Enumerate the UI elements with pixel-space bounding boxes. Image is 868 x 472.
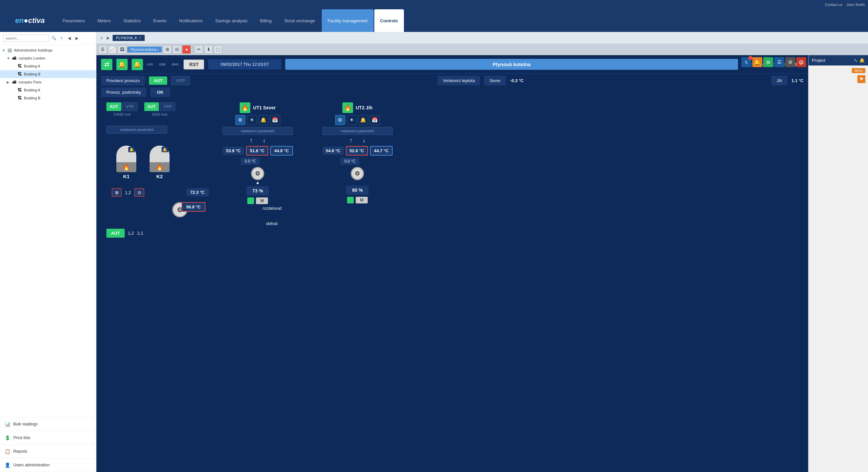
nav-tab-statistics[interactable]: Statistics	[117, 9, 147, 32]
tree-item-admin-buildings[interactable]: ▼ 🏢 Administrative buildings	[0, 46, 96, 54]
params-btn-left[interactable]: nastavení parametrů	[106, 126, 167, 134]
tree-item-complex-paris[interactable]: ▶ 🏙 complex Paris	[0, 78, 96, 86]
ut2-calendar-btn[interactable]: 📅	[370, 115, 380, 125]
rst-button[interactable]: RST	[184, 60, 204, 69]
ut2-temp2-red: 52.6 °C	[346, 146, 368, 156]
list-view-btn[interactable]: ☰	[774, 57, 784, 67]
ut1-icon-row: ⚙ ☀ 🔔 📅	[236, 115, 280, 125]
boiler-k2-label: K2	[156, 174, 162, 179]
tree-item-complex-london[interactable]: ▼ 🏙 complex London	[0, 54, 96, 62]
contact-link[interactable]: Contact us	[825, 3, 842, 7]
control-group-2: AUT VYP 9933 hod	[144, 102, 176, 116]
tree-item-building-b-london[interactable]: 🏗 Building B	[0, 70, 96, 78]
toolbar-menu-btn[interactable]: ☰	[98, 45, 107, 54]
tree-toggle: ▼	[7, 57, 11, 60]
nav-tab-billing[interactable]: Billing	[254, 9, 278, 32]
sidebar-users-admin[interactable]: 👤 Users administration	[0, 459, 96, 472]
ut1-params-btn[interactable]: nastavení parametrů	[223, 127, 293, 135]
tree-icon-buildings: 🏢	[7, 47, 12, 53]
breadcrumb-button[interactable]: Plynová kotelna ›	[127, 46, 162, 53]
search-add-icon[interactable]: +	[58, 35, 65, 41]
demo-badge: demo	[852, 68, 865, 73]
valve-2-btn[interactable]: ⊟	[134, 188, 144, 197]
demo-icon-btn[interactable]: ⚑	[857, 75, 865, 83]
group2-aut-btn[interactable]: AUT	[144, 102, 159, 111]
toolbar-download-btn[interactable]: ⬇	[204, 45, 213, 54]
tab-close-button[interactable]: ✕	[138, 36, 141, 39]
nav-tab-stock[interactable]: Stock exchange	[278, 9, 321, 32]
ut2-sun-btn[interactable]: ☀	[347, 115, 357, 125]
pump-area-left: ⊠ 1,2 ⊟	[112, 188, 144, 197]
boiler-k2-top: 🔔	[150, 146, 169, 164]
tree-item-building-a-london[interactable]: 🏗 Building A	[0, 62, 96, 70]
tree-icon-building-a: 🏗	[17, 63, 23, 69]
ut1-gear-btn[interactable]: ⚙	[236, 115, 245, 125]
nav-tab-facility[interactable]: Facility management	[322, 9, 374, 32]
valve-1-btn[interactable]: ⊠	[112, 188, 122, 197]
tree-label: complex London	[19, 56, 45, 60]
search-prev-icon[interactable]: ◀	[66, 35, 72, 41]
ut1-fire-icon: 🔥	[240, 102, 250, 113]
toolbar-image-btn[interactable]: 🖼	[118, 45, 126, 54]
com-status-btn[interactable]: ⇄	[101, 59, 112, 70]
tree-item-building-a-paris[interactable]: 🏗 Building A	[0, 86, 96, 94]
ok-box: OK	[150, 87, 170, 97]
nav-tab-controls[interactable]: Controls	[374, 9, 404, 32]
search-next-icon[interactable]: ▶	[73, 35, 80, 41]
provoz-label: Provoz. podmínky	[106, 90, 141, 95]
nav-tab-notifications[interactable]: Notifications	[173, 9, 209, 32]
ut1-sun-btn[interactable]: ☀	[247, 115, 257, 125]
sidebar-price-lists[interactable]: 💲 Price lists	[0, 431, 96, 445]
ut1-calendar-btn[interactable]: 📅	[270, 115, 280, 125]
ut2-arrow-down: ↓	[362, 137, 365, 144]
ut2-gear-btn[interactable]: ⚙	[335, 115, 345, 125]
notifications-count-btn[interactable]: 5	[741, 57, 751, 67]
aut-btn[interactable]: AUT	[149, 76, 167, 85]
content-tab-plynova[interactable]: PLYNOVA_K ✕	[112, 35, 145, 41]
tree-label: Building B	[24, 96, 40, 100]
toolbar-grid-btn[interactable]: ⊞	[163, 45, 172, 54]
ut2-bell-btn[interactable]: 🔔	[359, 115, 368, 125]
project-bell-icon[interactable]: 🔔	[859, 58, 865, 63]
tab-arrow[interactable]: ≡	[99, 35, 104, 41]
nav-tab-savings[interactable]: Savings analysis	[210, 9, 254, 32]
toolbar-table-btn[interactable]: ⊟	[173, 45, 181, 54]
total-status-btn[interactable]: 🔔	[116, 59, 128, 70]
sidebar-reports[interactable]: 📋 Reports	[0, 445, 96, 459]
ut1-pump[interactable]: ⚙	[251, 167, 264, 180]
settings-btn[interactable]: ⚙	[785, 57, 795, 67]
obec-status-btn[interactable]: 🔔	[132, 59, 143, 70]
group2-hours: 9933 hod	[152, 112, 167, 116]
price-lists-icon: 💲	[4, 435, 11, 441]
group1-vyp-btn[interactable]: VYP	[122, 102, 137, 111]
tree: ▼ 🏢 Administrative buildings ▼ 🏙 complex…	[0, 45, 96, 417]
grid-view-btn[interactable]: ⊞	[763, 57, 773, 67]
toolbar-edit-btn[interactable]: ✏	[194, 45, 203, 54]
tree-toggle: ▼	[2, 49, 7, 52]
project-expand-icon[interactable]: ⤡	[854, 58, 857, 63]
user-link[interactable]: John Smith	[846, 3, 865, 7]
nav-tab-parameters[interactable]: Parameters	[57, 9, 91, 32]
nav-tab-events[interactable]: Events	[147, 9, 173, 32]
nav-tab-meters[interactable]: Meters	[91, 9, 117, 32]
power-btn[interactable]: ⏻	[796, 57, 806, 67]
search-button[interactable]: 🔍	[51, 35, 57, 41]
alarm-btn[interactable]: 🔔	[752, 57, 762, 67]
toolbar-chart-btn[interactable]: 📈	[108, 45, 117, 54]
group2-vyp-btn[interactable]: VYP	[160, 102, 175, 111]
info-row-1: Povolení provozu AUT VYP Venkovní teplot…	[96, 74, 808, 87]
ut2-pump[interactable]: ⚙	[351, 167, 364, 180]
sidebar-bulk-readings[interactable]: 📊 Bulk readings	[0, 417, 96, 431]
group1-aut-btn[interactable]: AUT	[106, 102, 121, 111]
tree-item-building-b-paris[interactable]: 🏗 Building B	[0, 94, 96, 102]
jih-value: 1.1 °C	[792, 78, 804, 83]
toolbar-share-btn[interactable]: ⬚	[214, 45, 222, 54]
ut1-bell-btn[interactable]: 🔔	[259, 115, 269, 125]
ut2-params-btn[interactable]: nastavení parametrů	[322, 127, 393, 135]
search-input[interactable]	[3, 35, 49, 42]
toolbar-red-btn[interactable]: ●	[182, 45, 191, 54]
vyp-btn[interactable]: VYP	[171, 76, 190, 85]
bottom-aut-btn[interactable]: AUT	[106, 229, 125, 238]
povoleni-box: Povolení provozu	[101, 76, 145, 86]
tab-breadcrumb-icon[interactable]: ▶	[105, 35, 111, 41]
